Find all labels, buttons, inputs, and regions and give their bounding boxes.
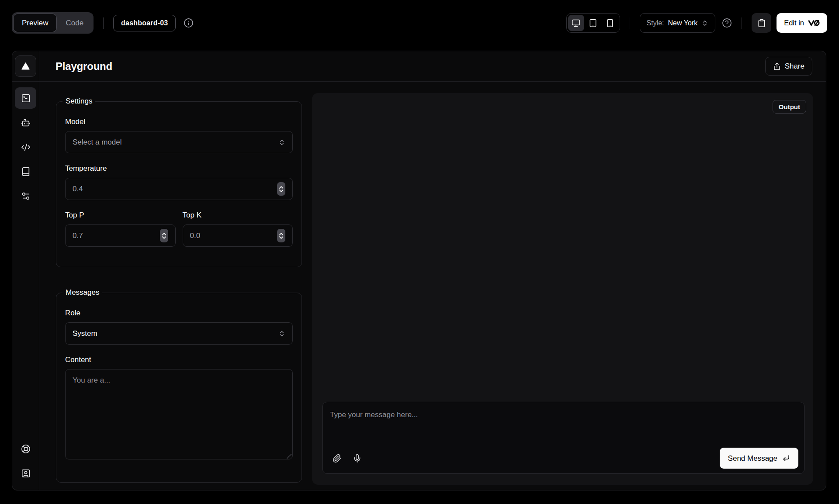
block-name-badge: dashboard-03 [113,15,176,31]
share-button[interactable]: Share [765,57,812,76]
view-mode-tabs: Preview Code [12,12,94,34]
chevrons-up-down-icon [278,330,285,337]
role-field: Role System [65,309,293,345]
tab-preview[interactable]: Preview [14,14,56,32]
content-field: Content [65,356,293,461]
app-header: Playground Share [39,51,826,82]
model-select[interactable]: Select a model [65,131,293,153]
copy-code-button[interactable] [752,13,771,33]
temperature-value: 0.4 [73,185,83,193]
clipboard-icon [757,19,766,28]
block-viewer: Preview Code dashboard-03 Style: [0,0,839,504]
smartphone-icon [606,19,614,28]
attach-file-button[interactable] [328,449,346,467]
tab-code[interactable]: Code [57,14,92,32]
settings-legend: Settings [62,97,95,106]
content-textarea[interactable] [65,369,293,459]
corner-down-left-icon [782,454,790,462]
top-k-input[interactable]: 0.0 [183,224,293,247]
info-icon[interactable] [184,18,194,28]
model-label: Model [65,117,293,126]
tablet-view-button[interactable] [585,15,601,31]
use-microphone-button[interactable] [348,449,366,467]
top-p-input[interactable]: 0.7 [65,224,176,247]
life-buoy-icon [21,444,31,454]
book-icon [21,167,31,176]
messages-legend: Messages [62,288,102,297]
share-icon [773,62,781,70]
toolbar-separator [630,17,630,29]
message-composer: Send Message [322,402,804,474]
temperature-label: Temperature [65,164,293,173]
mic-icon [353,454,362,463]
chevron-up-icon [162,233,166,235]
desktop-view-button[interactable] [568,15,584,31]
bot-icon [21,118,31,128]
nav-account-button[interactable] [15,463,36,484]
chevron-down-icon [279,236,283,239]
model-select-placeholder: Select a model [73,138,121,147]
settings-sliders-icon [21,191,31,201]
app-main: Settings Model Select a model Temperatur… [39,82,826,490]
top-p-label: Top P [65,211,176,220]
sidebar-logo-area [12,51,39,82]
role-label: Role [65,309,293,318]
page-title: Playground [55,60,112,72]
mobile-view-button[interactable] [602,15,618,31]
toolbar-right-cluster: Style: New York Edit in [566,13,827,33]
style-select[interactable]: Style: New York [640,13,716,33]
toolbar-separator [742,17,742,29]
nav-documentation-button[interactable] [15,161,36,182]
temperature-input[interactable]: 0.4 [65,178,293,200]
nav-api-button[interactable] [15,136,36,158]
output-badge: Output [773,100,806,114]
playground-app: Playground Share Settings Model Select a… [12,51,826,490]
tablet-icon [589,19,597,28]
toolbar-separator [103,17,104,29]
v0-logo [808,19,820,27]
number-stepper[interactable] [277,182,285,196]
top-k-value: 0.0 [190,231,201,240]
nav-settings-button[interactable] [15,185,36,207]
chevron-down-icon [279,190,283,192]
send-message-button[interactable]: Send Message [720,448,798,469]
top-k-label: Top K [183,211,293,220]
role-select[interactable]: System [65,322,293,345]
output-panel: Output Send Message [312,93,813,485]
top-p-field: Top P 0.7 [65,211,176,247]
monitor-icon [572,19,580,28]
viewer-toolbar: Preview Code dashboard-03 Style: [0,0,839,46]
top-p-value: 0.7 [73,231,83,240]
nav-playground-button[interactable] [15,87,36,109]
content-label: Content [65,356,293,364]
device-toggle-group [566,13,620,33]
chevron-up-icon [279,233,283,235]
help-icon[interactable] [722,18,732,28]
send-message-label: Send Message [728,455,777,462]
nav-models-button[interactable] [15,112,36,133]
nav-help-button[interactable] [15,438,36,459]
triangle-logo-icon [21,62,30,71]
temperature-field: Temperature 0.4 [65,164,293,200]
chevron-up-icon [279,186,283,189]
top-k-field: Top K 0.0 [183,211,293,247]
role-select-value: System [73,329,97,338]
edit-in-v0-button[interactable]: Edit in [777,13,827,33]
square-terminal-icon [21,93,31,103]
top-p-top-k-row: Top P 0.7 Top K 0.0 [65,211,293,247]
number-stepper[interactable] [277,229,285,242]
chevrons-up-down-icon [278,139,285,146]
message-input[interactable] [323,402,804,442]
sidebar-nav [15,82,36,207]
sidebar-footer-nav [15,438,36,490]
style-select-label: Style: [647,19,664,27]
composer-toolbar: Send Message [328,448,798,469]
share-button-label: Share [785,62,804,70]
edit-in-v0-label: Edit in [784,19,804,27]
home-logo-button[interactable] [15,55,36,77]
settings-panel: Settings Model Select a model Temperatur… [56,97,302,267]
model-field: Model Select a model [65,117,293,153]
number-stepper[interactable] [160,229,168,242]
app-sidebar [12,51,39,490]
chevron-down-icon [162,236,166,239]
